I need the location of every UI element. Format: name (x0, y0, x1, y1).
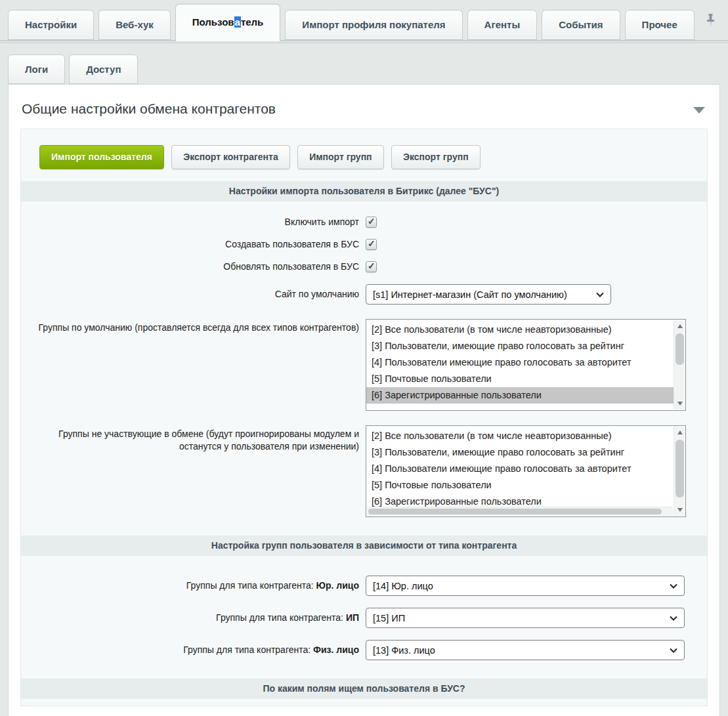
row-excluded-groups: Группы не участвующие в обмене (будут пр… (21, 425, 707, 517)
create-user-label: Создавать пользователя в БУС (21, 238, 366, 251)
row-default-site: Сайт по умолчанию [s1] Интернет-магазин … (21, 284, 707, 305)
settings-form: Импорт пользователя Экспорт контрагента … (20, 129, 708, 706)
tab-user-text: Пользов (192, 16, 234, 28)
row-ip-group: Группы для типа контрагента: ИП [15] ИП (21, 608, 707, 628)
scrollbar-thumb (675, 440, 684, 497)
horizontal-scrollbar[interactable] (367, 507, 673, 516)
chevron-down-icon (663, 648, 677, 653)
chevron-down-icon (589, 292, 604, 297)
list-item[interactable]: [2] Все пользователи (в том числе неавто… (366, 428, 674, 444)
label-bold: Юр. лицо (316, 580, 359, 591)
individual-select[interactable]: [13] Физ. лицо (366, 640, 685, 660)
scroll-up-icon (677, 431, 683, 434)
top-tab-bar: Настройки Веб-хук Пользователь Импорт пр… (0, 0, 728, 40)
tab-user-text-2: тель (241, 16, 263, 28)
update-user-checkbox[interactable] (366, 261, 377, 272)
scrollbar-thumb (675, 333, 684, 365)
default-site-label: Сайт по умолчанию (21, 288, 366, 301)
section-header-group-types: Настройка групп пользователя в зависимос… (21, 536, 707, 556)
tab-other[interactable]: Прочее (625, 10, 695, 40)
row-individual-group: Группы для типа контрагента: Физ. лицо [… (21, 640, 707, 660)
tab-user-selected-char: а (234, 16, 241, 28)
label-text: Группы для типа контрагента: (183, 644, 310, 655)
chevron-down-icon (663, 616, 677, 621)
ip-select[interactable]: [15] ИП (366, 608, 685, 628)
vertical-scrollbar[interactable] (674, 320, 685, 410)
default-groups-label: Группы по умолчанию (проставляется всегд… (21, 319, 366, 334)
default-groups-listbox[interactable]: [2] Все пользователи (в том числе неавто… (366, 319, 686, 411)
scroll-down-icon (677, 508, 683, 512)
individual-value: [13] Физ. лицо (373, 645, 435, 656)
excluded-groups-label: Группы не участвующие в обмене (будут пр… (21, 425, 366, 453)
row-update-user: Обновлять пользователя в БУС (21, 255, 707, 278)
ip-label: Группы для типа контрагента: ИП (21, 612, 366, 624)
list-item[interactable]: [4] Пользователи имеющие право голосоват… (366, 461, 674, 477)
scroll-down-icon (677, 402, 683, 406)
legal-entity-label: Группы для типа контрагента: Юр. лицо (21, 579, 366, 592)
import-groups-button[interactable]: Импорт групп (297, 145, 383, 169)
row-create-user: Создавать пользователя в БУС (21, 233, 707, 255)
list-item[interactable]: [5] Почтовые пользователи (366, 477, 674, 494)
list-item-selected[interactable]: [6] Зарегистрированные пользователи (366, 387, 674, 404)
tab-import-profile[interactable]: Импорт профиля покупателя (285, 10, 462, 40)
tab-events[interactable]: События (542, 10, 620, 40)
label-text: Группы для типа контрагента: (186, 580, 314, 591)
ip-value: [15] ИП (373, 613, 405, 623)
page-title: Общие настройки обмена контрагентов (22, 101, 276, 117)
label-bold: Физ. лицо (313, 644, 359, 655)
label-text: Группы для типа контрагента: (216, 612, 343, 623)
tab-agents[interactable]: Агенты (467, 10, 538, 40)
chevron-down-icon (663, 583, 677, 589)
tab-user[interactable]: Пользователь (175, 4, 281, 41)
label-bold: ИП (346, 612, 359, 623)
list-item[interactable]: [3] Пользователи, имеющие право голосова… (366, 444, 674, 461)
excluded-groups-listbox[interactable]: [2] Все пользователи (в том числе неавто… (366, 425, 686, 517)
row-default-groups: Группы по умолчанию (проставляется всегд… (21, 319, 707, 411)
panel-header: Общие настройки обмена контрагентов (9, 85, 719, 129)
list-item[interactable]: [3] Пользователи, имеющие право голосова… (366, 338, 674, 354)
individual-label: Группы для типа контрагента: Физ. лицо (21, 644, 366, 656)
collapse-arrow-icon[interactable] (693, 107, 705, 114)
subtab-logs[interactable]: Логи (8, 54, 65, 84)
legal-entity-select[interactable]: [14] Юр. лицо (366, 576, 685, 596)
default-site-value: [s1] Интернет-магазин (Сайт по умолчанию… (373, 289, 567, 300)
scrollbar-thumb (368, 509, 662, 515)
enable-import-checkbox[interactable] (366, 217, 377, 228)
list-item[interactable]: [2] Все пользователи (в том числе неавто… (366, 322, 674, 338)
row-enable-import: Включить импорт (21, 211, 707, 233)
list-item[interactable]: [5] Почтовые пользователи (366, 371, 674, 387)
sub-tab-bar: Логи Доступ (0, 43, 728, 84)
update-user-label: Обновлять пользователя в БУС (21, 261, 366, 273)
create-user-checkbox[interactable] (366, 239, 377, 250)
list-item[interactable]: [4] Пользователи имеющие право голосоват… (366, 354, 674, 371)
tab-divider (0, 40, 728, 43)
legal-entity-value: [14] Юр. лицо (373, 581, 433, 591)
export-contractor-button[interactable]: Экспорт контрагента (171, 145, 289, 169)
section-header-search-fields: По каким полям ищем пользователя в БУС? (21, 679, 707, 699)
import-user-button[interactable]: Импорт пользователя (39, 145, 164, 169)
pin-icon[interactable] (701, 11, 720, 33)
mode-button-row: Импорт пользователя Экспорт контрагента … (21, 129, 707, 169)
scroll-up-icon (677, 324, 683, 328)
export-groups-button[interactable]: Экспорт групп (391, 145, 481, 169)
enable-import-label: Включить импорт (21, 216, 366, 228)
tab-webhook[interactable]: Веб-хук (98, 10, 171, 40)
settings-panel: Общие настройки обмена контрагентов Импо… (8, 84, 720, 716)
row-legal-entity-group: Группы для типа контрагента: Юр. лицо [1… (21, 576, 707, 596)
default-site-select[interactable]: [s1] Интернет-магазин (Сайт по умолчанию… (366, 284, 611, 305)
section-header-import-settings: Настройки импорта пользователя в Битрикс… (21, 181, 707, 201)
subtab-access[interactable]: Доступ (69, 54, 138, 84)
tab-settings[interactable]: Настройки (8, 10, 94, 40)
vertical-scrollbar[interactable] (674, 427, 685, 516)
